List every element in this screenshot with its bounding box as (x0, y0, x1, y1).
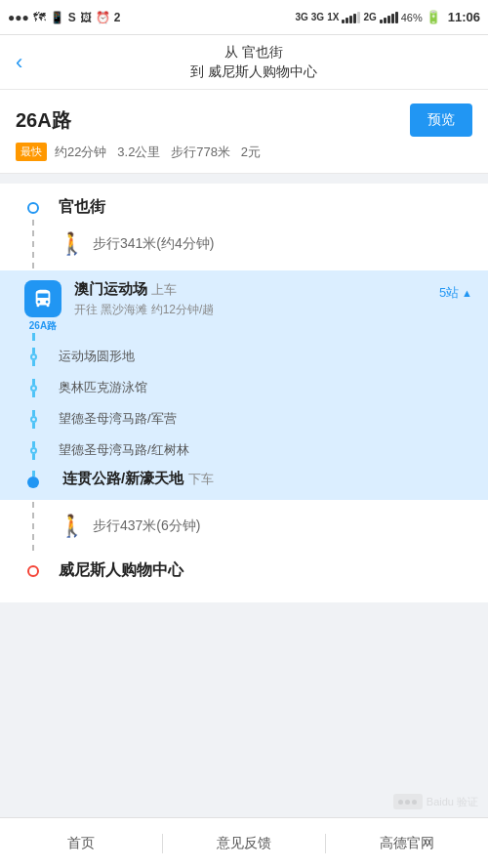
origin-timeline (16, 202, 51, 214)
map-icon: 🗺 (33, 10, 46, 24)
back-button[interactable]: ‹ (16, 52, 22, 73)
1x-label: 1X (327, 12, 339, 22)
stop3-tl (16, 410, 51, 429)
battery-icon: 🔋 (426, 10, 441, 24)
stop1-dot (30, 353, 37, 360)
num-2: 2 (114, 11, 121, 24)
bottom-spacer (0, 602, 488, 622)
walk1-timeline (16, 218, 51, 270)
walk1-line (32, 220, 34, 269)
origin-content: 官也街 (51, 197, 472, 218)
stops-count[interactable]: 5站 ▲ (439, 280, 472, 302)
route-detail: 官也街 🚶 步行341米(约4分钟) (0, 184, 488, 602)
alight-station: 连贯公路/新濠天地 (62, 470, 183, 486)
nav-to: 到 威尼斯人购物中心 (190, 62, 317, 82)
phone-icon: 📱 (50, 11, 64, 24)
bus-sub-info: 开往 黑沙海滩 约12分钟/趟 (74, 302, 439, 318)
bottom-nav-home[interactable]: 首页 (0, 835, 162, 852)
route-tags-row: 最快 约22分钟 3.2公里 步行778米 2元 (16, 143, 472, 161)
origin-dot (27, 202, 39, 214)
bus-tl-spacer (16, 333, 51, 341)
walk1-content: 🚶 步行341米(约4分钟) (51, 218, 472, 270)
alight-dot (27, 476, 39, 488)
bus-line-row (0, 333, 488, 341)
walk2-timeline (16, 500, 51, 553)
alight-timeline (16, 471, 51, 488)
dest-content: 威尼斯人购物中心 (51, 560, 472, 581)
alight-row: 连贯公路/新濠天地 下车 (0, 466, 488, 500)
stop-item-4: 望德圣母湾马路/红树林 (0, 434, 488, 466)
dest-timeline (16, 565, 51, 577)
time-display: 11:06 (448, 10, 480, 24)
bottom-nav: 首页 意见反馈 高德官网 (0, 817, 488, 868)
stop-label-1: 运动场圆形地 (51, 344, 135, 369)
preview-button[interactable]: 预览 (410, 103, 472, 137)
route-name: 26A路 (16, 107, 71, 134)
signal-bars (342, 12, 360, 23)
board-details: 澳门运动场 上车 开往 黑沙海滩 约12分钟/趟 (70, 280, 439, 320)
route-info: 约22分钟 3.2公里 步行778米 2元 (55, 144, 261, 161)
walk2-info: 步行437米(6分钟) (93, 508, 200, 545)
board-station: 澳门运动场 上车 (74, 280, 439, 299)
origin-row: 官也街 (0, 184, 488, 218)
status-left: ●●● 🗺 📱 S 🖼 ⏰ 2 (8, 10, 120, 24)
route-summary: 26A路 预览 最快 约22分钟 3.2公里 步行778米 2元 (0, 90, 488, 174)
board-dot (27, 280, 39, 292)
stop3-dot (30, 416, 37, 423)
bottom-nav-official[interactable]: 高德官网 (326, 835, 488, 852)
status-bar: ●●● 🗺 📱 S 🖼 ⏰ 2 3G 3G 1X 2G 46% 🔋 11:06 (0, 0, 488, 35)
bottom-nav-feedback[interactable]: 意见反馈 (163, 835, 325, 852)
stop1-tl (16, 348, 51, 366)
watermark-text: Baidu 验证 (427, 795, 478, 809)
walk2-line (32, 502, 34, 551)
stop2-tl (16, 379, 51, 397)
main-content: 26A路 预览 最快 约22分钟 3.2公里 步行778米 2元 官也街 (0, 90, 488, 817)
walk-icon-2: 🚶 (59, 514, 85, 539)
bus-section: 26A路 澳门运动场 上车 开往 黑沙海滩 约12分钟/趟 5站 ▲ (0, 270, 488, 500)
alight-action: 下车 (188, 472, 214, 486)
dest-dot (27, 565, 39, 577)
nav-header: ‹ 从 官也街 到 威尼斯人购物中心 (0, 35, 488, 90)
walk2-content: 🚶 步行437米(6分钟) (51, 500, 472, 553)
route-name-row: 26A路 预览 (16, 103, 472, 137)
3g-label: 3G (295, 12, 307, 22)
walk1-info: 步行341米(约4分钟) (93, 226, 214, 263)
watermark: Baidu 验证 (393, 794, 478, 809)
board-row: 26A路 澳门运动场 上车 开往 黑沙海滩 约12分钟/趟 5站 ▲ (0, 270, 488, 333)
stop-label-4: 望德圣母湾马路/红树林 (51, 437, 189, 463)
stop-label-2: 奥林匹克游泳馆 (51, 375, 147, 400)
image-icon: 🖼 (80, 11, 92, 24)
stop4-dot (30, 447, 37, 454)
bus-line-top (32, 333, 35, 341)
tag-fastest: 最快 (16, 143, 47, 161)
nav-title: 从 官也街 到 威尼斯人购物中心 (34, 43, 472, 81)
bus-icon-block: 26A路 (16, 280, 70, 333)
3g-label2: 3G (311, 12, 324, 22)
stop-item-1: 运动场圆形地 (0, 341, 488, 372)
clock-icon: ⏰ (96, 11, 110, 24)
battery-percent: 46% (401, 12, 423, 23)
watermark-dots (393, 794, 423, 809)
bus-stop-list: 运动场圆形地 奥林匹克游泳馆 望德圣母湾马路 (0, 341, 488, 466)
dest-row: 威尼斯人购物中心 (0, 553, 488, 595)
stop-label-3: 望德圣母湾马路/军营 (51, 406, 177, 432)
nav-from: 从 官也街 (224, 43, 283, 62)
status-right: 3G 3G 1X 2G 46% 🔋 11:06 (295, 10, 480, 24)
origin-station-name: 官也街 (59, 198, 105, 215)
stop-item-3: 望德圣母湾马路/军营 (0, 403, 488, 434)
s-icon: S (68, 11, 76, 24)
bus-icon-label: 26A路 (29, 319, 57, 333)
walk1-row: 🚶 步行341米(约4分钟) (0, 218, 488, 270)
walk2-row: 🚶 步行437米(6分钟) (0, 500, 488, 553)
dot-icons: ●●● (8, 11, 29, 24)
signal-bars-2g (380, 12, 398, 23)
dest-station-name: 威尼斯人购物中心 (59, 561, 183, 578)
chevron-up-icon: ▲ (462, 287, 472, 299)
walk-icon-1: 🚶 (59, 231, 85, 257)
stop-item-2: 奥林匹克游泳馆 (0, 372, 488, 403)
2g-label: 2G (363, 12, 376, 22)
stop4-tl (16, 441, 51, 460)
alight-content: 连贯公路/新濠天地 下车 (51, 470, 472, 488)
stop2-dot (30, 385, 37, 392)
